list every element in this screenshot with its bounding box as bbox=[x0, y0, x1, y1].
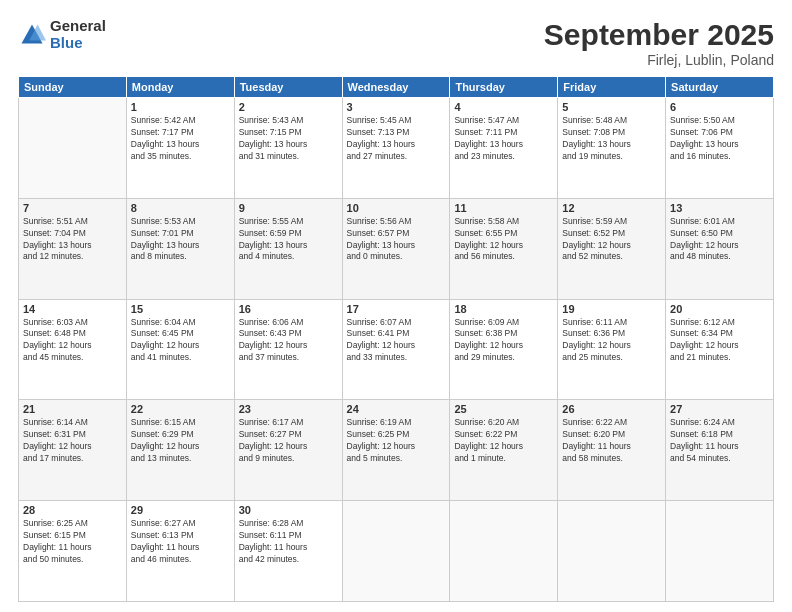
calendar-table: SundayMondayTuesdayWednesdayThursdayFrid… bbox=[18, 76, 774, 602]
day-number: 15 bbox=[131, 303, 230, 315]
day-info: Sunrise: 6:12 AM Sunset: 6:34 PM Dayligh… bbox=[670, 317, 769, 365]
day-number: 14 bbox=[23, 303, 122, 315]
day-info: Sunrise: 6:11 AM Sunset: 6:36 PM Dayligh… bbox=[562, 317, 661, 365]
calendar-week-row: 7Sunrise: 5:51 AM Sunset: 7:04 PM Daylig… bbox=[19, 198, 774, 299]
day-number: 20 bbox=[670, 303, 769, 315]
day-info: Sunrise: 5:55 AM Sunset: 6:59 PM Dayligh… bbox=[239, 216, 338, 264]
page: General Blue September 2025 Firlej, Lubl… bbox=[0, 0, 792, 612]
day-number: 30 bbox=[239, 504, 338, 516]
calendar-cell: 29Sunrise: 6:27 AM Sunset: 6:13 PM Dayli… bbox=[126, 501, 234, 602]
day-info: Sunrise: 6:07 AM Sunset: 6:41 PM Dayligh… bbox=[347, 317, 446, 365]
month-title: September 2025 bbox=[544, 18, 774, 52]
day-number: 11 bbox=[454, 202, 553, 214]
day-number: 4 bbox=[454, 101, 553, 113]
day-number: 17 bbox=[347, 303, 446, 315]
calendar-cell: 17Sunrise: 6:07 AM Sunset: 6:41 PM Dayli… bbox=[342, 299, 450, 400]
day-number: 10 bbox=[347, 202, 446, 214]
calendar-day-header: Thursday bbox=[450, 77, 558, 98]
calendar-cell: 5Sunrise: 5:48 AM Sunset: 7:08 PM Daylig… bbox=[558, 98, 666, 199]
calendar-cell: 2Sunrise: 5:43 AM Sunset: 7:15 PM Daylig… bbox=[234, 98, 342, 199]
day-info: Sunrise: 6:25 AM Sunset: 6:15 PM Dayligh… bbox=[23, 518, 122, 566]
day-number: 25 bbox=[454, 403, 553, 415]
day-number: 7 bbox=[23, 202, 122, 214]
day-number: 12 bbox=[562, 202, 661, 214]
calendar-cell: 13Sunrise: 6:01 AM Sunset: 6:50 PM Dayli… bbox=[666, 198, 774, 299]
calendar-cell: 28Sunrise: 6:25 AM Sunset: 6:15 PM Dayli… bbox=[19, 501, 127, 602]
calendar-cell: 4Sunrise: 5:47 AM Sunset: 7:11 PM Daylig… bbox=[450, 98, 558, 199]
calendar-day-header: Sunday bbox=[19, 77, 127, 98]
calendar-cell: 14Sunrise: 6:03 AM Sunset: 6:48 PM Dayli… bbox=[19, 299, 127, 400]
day-info: Sunrise: 6:14 AM Sunset: 6:31 PM Dayligh… bbox=[23, 417, 122, 465]
calendar-cell: 3Sunrise: 5:45 AM Sunset: 7:13 PM Daylig… bbox=[342, 98, 450, 199]
calendar-cell bbox=[342, 501, 450, 602]
calendar-cell: 25Sunrise: 6:20 AM Sunset: 6:22 PM Dayli… bbox=[450, 400, 558, 501]
day-info: Sunrise: 5:56 AM Sunset: 6:57 PM Dayligh… bbox=[347, 216, 446, 264]
calendar-week-row: 21Sunrise: 6:14 AM Sunset: 6:31 PM Dayli… bbox=[19, 400, 774, 501]
location: Firlej, Lublin, Poland bbox=[544, 52, 774, 68]
day-info: Sunrise: 5:45 AM Sunset: 7:13 PM Dayligh… bbox=[347, 115, 446, 163]
calendar-cell: 11Sunrise: 5:58 AM Sunset: 6:55 PM Dayli… bbox=[450, 198, 558, 299]
logo: General Blue bbox=[18, 18, 106, 51]
calendar-cell: 12Sunrise: 5:59 AM Sunset: 6:52 PM Dayli… bbox=[558, 198, 666, 299]
day-info: Sunrise: 6:06 AM Sunset: 6:43 PM Dayligh… bbox=[239, 317, 338, 365]
calendar-cell: 20Sunrise: 6:12 AM Sunset: 6:34 PM Dayli… bbox=[666, 299, 774, 400]
calendar-cell: 9Sunrise: 5:55 AM Sunset: 6:59 PM Daylig… bbox=[234, 198, 342, 299]
calendar-week-row: 28Sunrise: 6:25 AM Sunset: 6:15 PM Dayli… bbox=[19, 501, 774, 602]
day-info: Sunrise: 6:24 AM Sunset: 6:18 PM Dayligh… bbox=[670, 417, 769, 465]
day-info: Sunrise: 5:58 AM Sunset: 6:55 PM Dayligh… bbox=[454, 216, 553, 264]
day-number: 18 bbox=[454, 303, 553, 315]
logo-text: General Blue bbox=[50, 18, 106, 51]
day-info: Sunrise: 6:20 AM Sunset: 6:22 PM Dayligh… bbox=[454, 417, 553, 465]
logo-general-text: General bbox=[50, 18, 106, 35]
day-number: 28 bbox=[23, 504, 122, 516]
day-info: Sunrise: 6:27 AM Sunset: 6:13 PM Dayligh… bbox=[131, 518, 230, 566]
day-info: Sunrise: 5:48 AM Sunset: 7:08 PM Dayligh… bbox=[562, 115, 661, 163]
day-number: 22 bbox=[131, 403, 230, 415]
calendar-day-header: Saturday bbox=[666, 77, 774, 98]
day-info: Sunrise: 6:03 AM Sunset: 6:48 PM Dayligh… bbox=[23, 317, 122, 365]
header: General Blue September 2025 Firlej, Lubl… bbox=[18, 18, 774, 68]
day-number: 29 bbox=[131, 504, 230, 516]
calendar-cell: 7Sunrise: 5:51 AM Sunset: 7:04 PM Daylig… bbox=[19, 198, 127, 299]
calendar-day-header: Wednesday bbox=[342, 77, 450, 98]
calendar-cell bbox=[450, 501, 558, 602]
day-number: 3 bbox=[347, 101, 446, 113]
calendar-cell: 16Sunrise: 6:06 AM Sunset: 6:43 PM Dayli… bbox=[234, 299, 342, 400]
calendar-cell: 1Sunrise: 5:42 AM Sunset: 7:17 PM Daylig… bbox=[126, 98, 234, 199]
calendar-week-row: 1Sunrise: 5:42 AM Sunset: 7:17 PM Daylig… bbox=[19, 98, 774, 199]
calendar-cell: 19Sunrise: 6:11 AM Sunset: 6:36 PM Dayli… bbox=[558, 299, 666, 400]
calendar-cell: 15Sunrise: 6:04 AM Sunset: 6:45 PM Dayli… bbox=[126, 299, 234, 400]
day-number: 19 bbox=[562, 303, 661, 315]
logo-icon bbox=[18, 21, 46, 49]
day-info: Sunrise: 6:15 AM Sunset: 6:29 PM Dayligh… bbox=[131, 417, 230, 465]
day-info: Sunrise: 5:51 AM Sunset: 7:04 PM Dayligh… bbox=[23, 216, 122, 264]
calendar-cell: 23Sunrise: 6:17 AM Sunset: 6:27 PM Dayli… bbox=[234, 400, 342, 501]
calendar-cell: 18Sunrise: 6:09 AM Sunset: 6:38 PM Dayli… bbox=[450, 299, 558, 400]
calendar-header-row: SundayMondayTuesdayWednesdayThursdayFrid… bbox=[19, 77, 774, 98]
day-info: Sunrise: 5:42 AM Sunset: 7:17 PM Dayligh… bbox=[131, 115, 230, 163]
day-number: 9 bbox=[239, 202, 338, 214]
calendar-cell: 10Sunrise: 5:56 AM Sunset: 6:57 PM Dayli… bbox=[342, 198, 450, 299]
title-block: September 2025 Firlej, Lublin, Poland bbox=[544, 18, 774, 68]
day-number: 16 bbox=[239, 303, 338, 315]
calendar-cell bbox=[666, 501, 774, 602]
day-info: Sunrise: 6:28 AM Sunset: 6:11 PM Dayligh… bbox=[239, 518, 338, 566]
day-number: 24 bbox=[347, 403, 446, 415]
calendar-cell bbox=[558, 501, 666, 602]
calendar-cell: 30Sunrise: 6:28 AM Sunset: 6:11 PM Dayli… bbox=[234, 501, 342, 602]
calendar-day-header: Friday bbox=[558, 77, 666, 98]
day-info: Sunrise: 6:09 AM Sunset: 6:38 PM Dayligh… bbox=[454, 317, 553, 365]
day-number: 27 bbox=[670, 403, 769, 415]
day-info: Sunrise: 6:17 AM Sunset: 6:27 PM Dayligh… bbox=[239, 417, 338, 465]
calendar-cell: 22Sunrise: 6:15 AM Sunset: 6:29 PM Dayli… bbox=[126, 400, 234, 501]
day-number: 21 bbox=[23, 403, 122, 415]
calendar-cell: 26Sunrise: 6:22 AM Sunset: 6:20 PM Dayli… bbox=[558, 400, 666, 501]
calendar-cell: 21Sunrise: 6:14 AM Sunset: 6:31 PM Dayli… bbox=[19, 400, 127, 501]
calendar-cell: 27Sunrise: 6:24 AM Sunset: 6:18 PM Dayli… bbox=[666, 400, 774, 501]
day-info: Sunrise: 5:50 AM Sunset: 7:06 PM Dayligh… bbox=[670, 115, 769, 163]
day-info: Sunrise: 6:19 AM Sunset: 6:25 PM Dayligh… bbox=[347, 417, 446, 465]
day-number: 5 bbox=[562, 101, 661, 113]
day-number: 23 bbox=[239, 403, 338, 415]
day-info: Sunrise: 6:01 AM Sunset: 6:50 PM Dayligh… bbox=[670, 216, 769, 264]
day-info: Sunrise: 5:53 AM Sunset: 7:01 PM Dayligh… bbox=[131, 216, 230, 264]
